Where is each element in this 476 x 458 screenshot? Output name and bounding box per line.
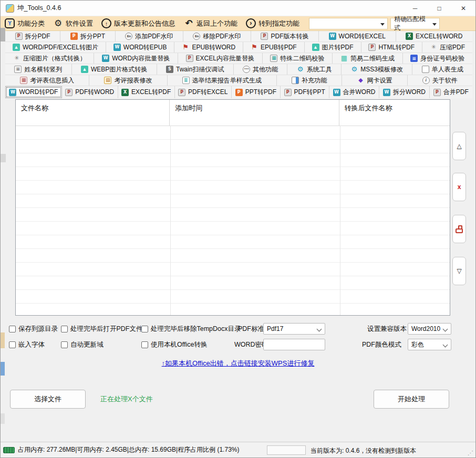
function-tab[interactable]: P合并PDF	[430, 86, 472, 98]
function-tab[interactable]: ▦简易二维码生成	[333, 53, 402, 64]
function-tab-label: 拆分PDF	[25, 32, 50, 41]
toolbar-button[interactable]: ↑版本更新和公告信息	[101, 18, 175, 28]
pdf-icon: P	[65, 89, 73, 96]
option-checkbox[interactable]: 处理完毕后打开PDF文件	[61, 323, 143, 335]
function-tab-active[interactable]: WWORD转PDF	[5, 86, 62, 98]
function-tab[interactable]: En添加PDF水印	[116, 31, 183, 41]
epub-icon: ⚑	[251, 44, 258, 51]
start-processing-button[interactable]: 开始处理	[374, 390, 449, 409]
checkbox-box-icon[interactable]	[9, 326, 16, 332]
option-checkbox[interactable]: 嵌入字体	[9, 339, 45, 350]
color-mode-select[interactable]: 彩色	[408, 339, 451, 350]
function-tab[interactable]: PPDF转PPT	[281, 86, 329, 98]
function-tab[interactable]: ▦考评表信息插入	[5, 75, 89, 86]
toolbar-button[interactable]: Y功能分类	[5, 18, 45, 28]
table-row	[16, 290, 450, 304]
wps-repair-link[interactable]: ↑如果本机Office出错，点击链接安装WPS进行修复	[1, 359, 475, 368]
toolbar-button[interactable]: ›转到指定功能	[246, 18, 299, 28]
option-checkbox[interactable]: 保存到源目录	[9, 323, 58, 335]
option-checkbox[interactable]: 处理完毕后移除TempDocx目录	[141, 323, 241, 335]
ppt-icon: P	[235, 89, 243, 96]
option-checkbox[interactable]: 使用本机Office转换	[141, 339, 207, 350]
pdf-icon: P	[368, 44, 376, 51]
background-fragment	[1, 413, 5, 424]
table-row	[16, 167, 450, 181]
function-tab-label: PDF转EXCEL	[188, 88, 227, 97]
function-tab[interactable]: ▲图片转PDF	[305, 42, 361, 53]
function-tab[interactable]: ◆网卡设置	[342, 75, 407, 86]
pdf-standard-select[interactable]: Pdf17	[263, 323, 325, 335]
function-search-combobox[interactable]	[309, 18, 388, 29]
function-tab[interactable]: WWORD转EPUB	[106, 42, 175, 53]
close-button[interactable]: ✕	[451, 1, 475, 16]
option-checkbox[interactable]: 自动更新域	[61, 339, 104, 350]
function-tab[interactable]: ≡身份证号码校验	[403, 53, 472, 64]
function-tab[interactable]: PHTML转PDF	[361, 42, 423, 53]
function-tab[interactable]: ▦特殊二维码校验	[263, 53, 333, 64]
function-tab[interactable]: ⚑EPUB转WORD	[174, 42, 243, 53]
doc-blue-icon	[292, 77, 299, 84]
function-tab[interactable]: XEXCEL转WORD	[396, 31, 472, 41]
function-tab[interactable]: ⚙系统工具	[287, 64, 342, 75]
table-body[interactable]	[16, 126, 450, 315]
function-tab[interactable]: En移除PDF水印	[183, 31, 251, 41]
checkbox-box-icon[interactable]	[141, 341, 148, 348]
function-tab[interactable]: W拆分WORD	[379, 86, 429, 98]
function-tab-label: 添加PDF水印	[135, 32, 173, 41]
function-tab[interactable]: PPPT转PDF	[232, 86, 281, 98]
toolbar-button[interactable]: ⚙软件设置	[53, 18, 93, 28]
function-tab[interactable]: XEXCEL转PDF	[118, 86, 175, 98]
move-down-button[interactable]: ▽	[452, 257, 466, 285]
function-tab[interactable]: PPDF转WORD	[62, 86, 118, 98]
function-tab[interactable]: ✳压缩PDF	[422, 42, 472, 53]
function-tab[interactable]: i关于软件	[408, 75, 472, 86]
function-tab[interactable]: ▲WORD/PDF/EXCEL转图片	[5, 42, 106, 53]
function-tab[interactable]: STwain扫描仪调试	[157, 64, 234, 75]
minimize-button[interactable]: ─	[403, 1, 427, 16]
move-up-button[interactable]: △	[452, 132, 466, 160]
function-tab[interactable]: ▤考评报表修改	[89, 75, 167, 86]
function-tab[interactable]: WWORD转EXCEL	[319, 31, 396, 41]
epub-icon: ⚑	[182, 44, 189, 51]
function-tab-row: ▦考评表信息插入▤考评报表修改≣选举结果报告单样式生成补充功能◆网卡设置i关于软…	[5, 75, 472, 86]
function-tab[interactable]: 单人表生成	[412, 64, 472, 75]
color-mode-value: 彩色	[411, 340, 424, 349]
table-row	[16, 140, 450, 153]
select-files-button[interactable]: 选择文件	[10, 390, 86, 409]
function-tab[interactable]: PEXCEL内容批量替换	[178, 53, 263, 64]
function-tab[interactable]: ≡姓名横转竖列	[5, 64, 72, 75]
function-tab[interactable]: ✳压缩图片（格式转换）	[5, 53, 94, 64]
resize-grip[interactable]: ⋰	[468, 450, 473, 456]
toolbar-button[interactable]: ↶返回上个功能	[184, 18, 237, 28]
file-table[interactable]: 文件名称添加时间转换后文件名称	[15, 99, 450, 316]
clear-list-button[interactable]	[452, 215, 466, 243]
checkbox-box-icon[interactable]	[9, 341, 16, 348]
compat-version-select[interactable]: Word2010	[408, 323, 451, 335]
function-tab[interactable]: P拆分PDF	[5, 31, 60, 41]
function-tab[interactable]: W合并WORD	[329, 86, 379, 98]
function-tab[interactable]: ⋯其他功能	[234, 64, 288, 75]
table-row	[16, 249, 450, 263]
compress-icon: ✳	[13, 55, 20, 62]
match-mode-combobox[interactable]: 精确匹配模式	[390, 18, 440, 29]
function-tab[interactable]: ≣选举结果报告单样式生成	[168, 75, 277, 86]
function-tab[interactable]: ⚙MSS3模板修改	[342, 64, 412, 75]
function-tab[interactable]: P拆分PPT	[60, 31, 115, 41]
function-tab-row: P拆分PDFP拆分PPTEn添加PDF水印En移除PDF水印PPDF版本转换WW…	[5, 31, 472, 42]
function-tab[interactable]: WWORD内容批量替换	[94, 53, 178, 64]
maximize-button[interactable]: □	[427, 1, 451, 16]
word-password-input[interactable]	[263, 339, 325, 350]
function-tab[interactable]: 补充功能	[277, 75, 342, 86]
checkbox-box-icon[interactable]	[141, 326, 148, 332]
remove-file-button[interactable]: x	[452, 173, 466, 201]
function-tab[interactable]: PPDF版本转换	[251, 31, 319, 41]
compat-version-value: Word2010	[411, 325, 440, 332]
function-tab[interactable]: PPDF转EXCEL	[175, 86, 232, 98]
function-tab-label: EXCEL转PDF	[131, 88, 171, 97]
function-tab-label: HTML转PDF	[378, 43, 415, 52]
checkbox-box-icon[interactable]	[61, 341, 68, 348]
function-tab[interactable]: ▲WEBP图片格式转换	[72, 64, 157, 75]
function-tab[interactable]: ⚑EPUB转PDF	[243, 42, 305, 53]
table-row	[16, 153, 450, 167]
checkbox-box-icon[interactable]	[61, 326, 68, 332]
